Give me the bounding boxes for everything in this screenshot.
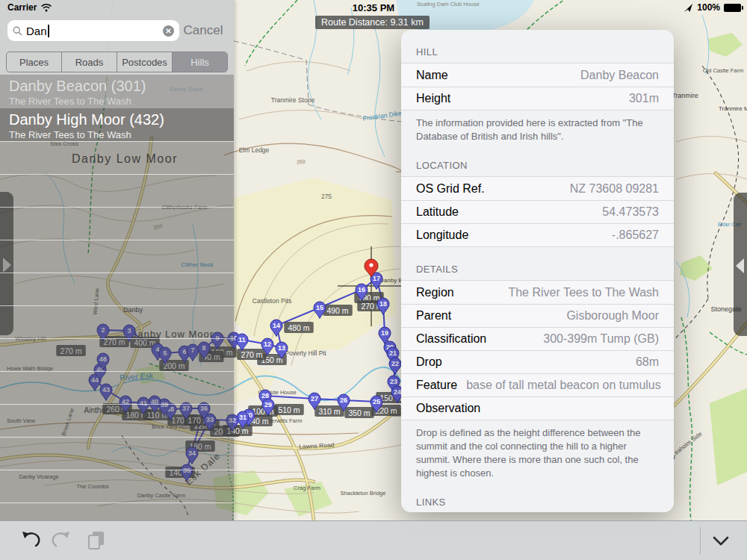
bottom-toolbar xyxy=(0,520,747,560)
detail-sections: HILLNameDanby BeaconHeight301mThe inform… xyxy=(401,46,674,508)
redo-button[interactable] xyxy=(50,528,75,553)
empty-row xyxy=(0,470,234,503)
detail-row-height: Height301m xyxy=(401,87,674,110)
battery-icon xyxy=(724,4,741,12)
svg-text:Elm Ledge: Elm Ledge xyxy=(239,146,270,154)
empty-row xyxy=(0,339,234,372)
search-query: Dan xyxy=(26,25,47,37)
section-footer: The information provided here is extract… xyxy=(416,116,659,143)
svg-text:11: 11 xyxy=(238,336,246,343)
svg-text:490 m: 490 m xyxy=(326,306,348,315)
empty-row xyxy=(0,208,234,240)
paste-button[interactable] xyxy=(84,528,109,553)
svg-text:15: 15 xyxy=(316,304,323,311)
clear-search-icon[interactable]: ✕ xyxy=(163,25,174,37)
svg-text:18: 18 xyxy=(379,300,387,308)
detail-row-region: RegionThe River Tees to The Wash xyxy=(401,281,674,304)
detail-row-longitude: Longitude-.865627 xyxy=(401,223,674,246)
detail-row-drop: Drop68m xyxy=(401,350,674,373)
hill-detail-popover: HILLNameDanby BeaconHeight301mThe inform… xyxy=(401,30,674,512)
svg-text:Tranmire: Tranmire xyxy=(672,92,698,99)
empty-row xyxy=(0,175,234,208)
segment-places[interactable]: Places xyxy=(7,52,62,72)
empty-row xyxy=(0,503,234,520)
svg-text:Crag Farm: Crag Farm xyxy=(294,485,320,491)
svg-text:26: 26 xyxy=(340,396,347,404)
segmented-control: PlacesRoadsPostcodesHills xyxy=(6,52,228,72)
battery-percent: 100% xyxy=(697,2,720,13)
segment-hills[interactable]: Hills xyxy=(173,52,227,72)
empty-row xyxy=(0,273,234,306)
status-bar: Carrier 10:35 PM 100% xyxy=(0,0,747,16)
svg-text:Castleton Pits: Castleton Pits xyxy=(252,297,291,305)
svg-text:14: 14 xyxy=(273,322,280,329)
svg-text:Old Castle Farm: Old Castle Farm xyxy=(703,67,744,74)
detail-row-os-grid-ref-: OS Grid Ref.NZ 73608 09281 xyxy=(401,177,674,200)
empty-row xyxy=(0,306,234,339)
svg-text:275: 275 xyxy=(321,193,332,200)
section-header: LINKS xyxy=(416,497,659,508)
svg-text:22: 22 xyxy=(391,360,399,367)
detail-row-parent: ParentGisborough Moor xyxy=(401,304,674,327)
svg-text:350 m: 350 m xyxy=(348,408,370,417)
search-result[interactable]: Danby Beacon (301)The River Tees to The … xyxy=(0,75,234,108)
svg-text:13: 13 xyxy=(278,344,285,352)
search-results: Danby Beacon (301)The River Tees to The … xyxy=(0,75,234,520)
section-header: DETAILS xyxy=(416,264,659,275)
right-drawer-handle[interactable] xyxy=(734,193,747,336)
app-screen: Scaling Dam Club HouseTranmire StoneFran… xyxy=(0,0,747,560)
detail-row-observation: Observation xyxy=(401,396,674,420)
svg-text:12: 12 xyxy=(264,340,271,348)
chevron-left-icon xyxy=(736,258,744,273)
detail-row-feature: Featurebase of tall metal beacon on tumu… xyxy=(401,373,674,396)
svg-text:27: 27 xyxy=(311,395,318,402)
section-header: HILL xyxy=(416,46,659,57)
text-caret xyxy=(48,25,49,37)
cancel-button[interactable]: Cancel xyxy=(179,23,227,38)
section-header: LOCATION xyxy=(416,160,659,171)
svg-text:310 m: 310 m xyxy=(318,407,340,416)
svg-text:270 m: 270 m xyxy=(241,350,262,359)
svg-text:480 m: 480 m xyxy=(288,323,309,332)
route-distance-badge: Route Distance: 9.31 km xyxy=(315,16,430,29)
search-icon xyxy=(13,26,22,36)
svg-text:Poverty Hill Pit: Poverty Hill Pit xyxy=(285,349,326,357)
search-result[interactable]: Danby High Moor (432)The River Tees to T… xyxy=(0,108,234,142)
svg-text:25: 25 xyxy=(373,398,380,405)
toolbar-divider xyxy=(700,527,701,555)
section-footer: Drop is defined as the height difference… xyxy=(416,426,659,480)
svg-text:17: 17 xyxy=(373,275,380,282)
undo-button[interactable] xyxy=(16,528,42,553)
svg-text:23: 23 xyxy=(390,378,397,385)
segment-roads[interactable]: Roads xyxy=(62,52,117,72)
empty-row xyxy=(0,372,234,405)
search-panel: Dan ✕ Cancel PlacesRoadsPostcodesHills D… xyxy=(0,0,234,520)
empty-row xyxy=(0,405,234,438)
dismiss-keyboard-button[interactable] xyxy=(708,528,734,553)
svg-text:19: 19 xyxy=(381,329,388,337)
empty-row xyxy=(0,240,234,273)
svg-text:16: 16 xyxy=(358,286,365,293)
location-arrow-icon xyxy=(684,3,693,13)
svg-text:Shackleton Bridge: Shackleton Bridge xyxy=(341,490,386,497)
svg-text:Tranmire Moor: Tranmire Moor xyxy=(719,105,747,112)
clock: 10:35 PM xyxy=(0,2,747,13)
search-input[interactable]: Dan ✕ xyxy=(7,20,179,41)
detail-row-classification: Classification300-399m Tump (GB) xyxy=(401,327,674,350)
svg-text:510 m: 510 m xyxy=(278,405,300,414)
svg-text:24: 24 xyxy=(394,388,401,396)
svg-text:29: 29 xyxy=(264,401,272,408)
empty-row xyxy=(0,438,234,470)
svg-text:21: 21 xyxy=(389,349,397,357)
segment-postcodes[interactable]: Postcodes xyxy=(117,52,173,72)
detail-row-latitude: Latitude54.473573 xyxy=(401,200,674,223)
svg-text:31: 31 xyxy=(239,414,247,421)
svg-text:Tranmire Stone: Tranmire Stone xyxy=(271,96,315,104)
svg-text:250: 250 xyxy=(297,159,306,165)
empty-row xyxy=(0,142,234,175)
detail-row-name: NameDanby Beacon xyxy=(401,63,674,87)
